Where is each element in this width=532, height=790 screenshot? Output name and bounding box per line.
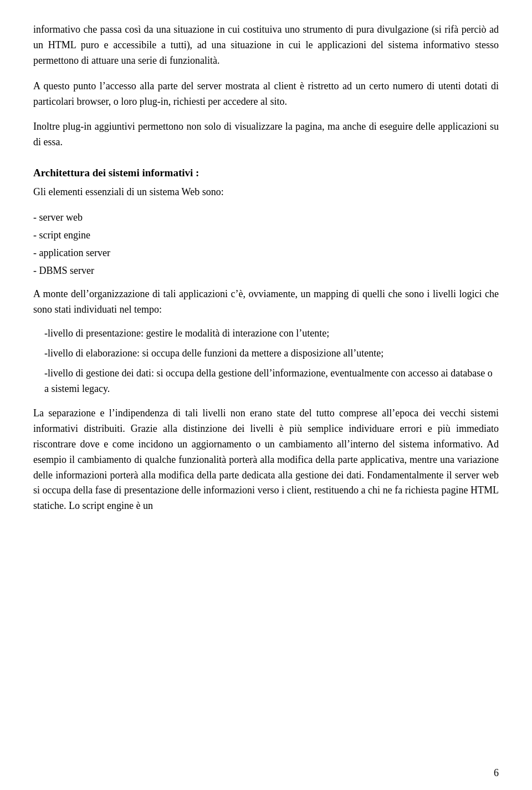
paragraph-3: Inoltre plug-in aggiuntivi permettono no… xyxy=(33,119,499,150)
section-heading: Architettura dei sistemi informativi : xyxy=(33,167,499,179)
list-item-3: - application server xyxy=(33,246,499,261)
intro-line: Gli elementi essenziali di un sistema We… xyxy=(33,185,499,200)
list-item-4: - DBMS server xyxy=(33,263,499,279)
body-paragraph-1: A monte dell’organizzazione di tali appl… xyxy=(33,287,499,318)
paragraph-2: A questo punto l’accesso alla parte del … xyxy=(33,79,499,110)
list-item-2: - script engine xyxy=(33,228,499,243)
indent-line-2: -livello di elaborazione: si occupa dell… xyxy=(33,346,499,361)
page: informativo che passa così da una situaz… xyxy=(0,0,532,790)
indent-line-1: -livello di presentazione: gestire le mo… xyxy=(33,326,499,342)
page-number: 6 xyxy=(494,767,499,779)
closing-paragraph-1: La separazione e l’indipendenza di tali … xyxy=(33,406,499,514)
list-item-1: - server web xyxy=(33,210,499,226)
indent-line-3: -livello di gestione dei dati: si occupa… xyxy=(33,366,499,397)
paragraph-1: informativo che passa così da una situaz… xyxy=(33,22,499,69)
section-block: Architettura dei sistemi informativi : G… xyxy=(33,167,499,514)
list-section: - server web - script engine - applicati… xyxy=(33,210,499,279)
